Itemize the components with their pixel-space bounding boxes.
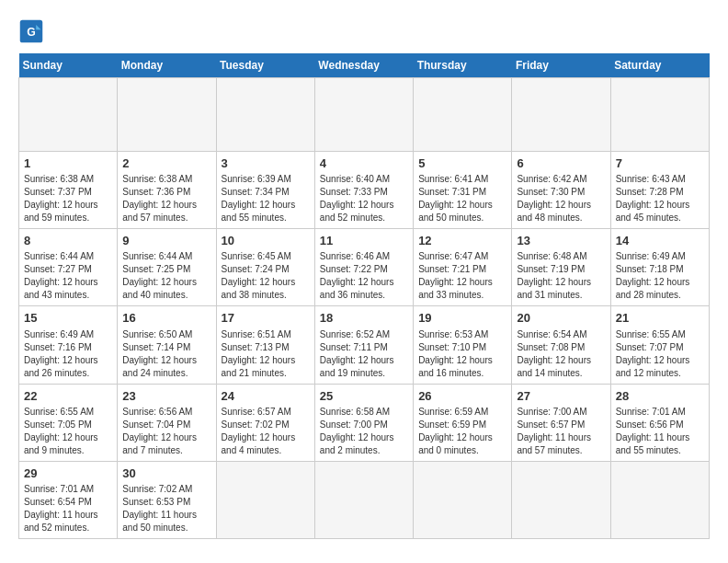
calendar-day-cell: 6Sunrise: 6:42 AMSunset: 7:30 PMDaylight…	[512, 152, 610, 229]
calendar-day-cell: 14Sunrise: 6:49 AMSunset: 7:18 PMDayligh…	[610, 229, 709, 306]
weekday-header-saturday: Saturday	[610, 53, 709, 78]
day-details: Sunrise: 6:38 AMSunset: 7:36 PMDaylight:…	[122, 173, 210, 224]
calendar-day-cell: 4Sunrise: 6:40 AMSunset: 7:33 PMDaylight…	[314, 152, 413, 229]
day-details: Sunrise: 6:44 AMSunset: 7:25 PMDaylight:…	[122, 250, 210, 302]
calendar-table: SundayMondayTuesdayWednesdayThursdayFrid…	[18, 53, 710, 539]
day-number: 1	[24, 155, 112, 172]
calendar-day-cell: 8Sunrise: 6:44 AMSunset: 7:27 PMDaylight…	[19, 229, 118, 306]
day-number: 23	[122, 388, 210, 405]
calendar-day-cell	[118, 78, 216, 152]
day-number: 30	[122, 465, 210, 482]
day-details: Sunrise: 6:49 AMSunset: 7:18 PMDaylight:…	[616, 250, 704, 302]
calendar-day-cell: 29Sunrise: 7:01 AMSunset: 6:54 PMDayligh…	[19, 461, 118, 538]
calendar-day-cell: 13Sunrise: 6:48 AMSunset: 7:19 PMDayligh…	[512, 229, 610, 306]
day-number: 17	[222, 310, 310, 327]
calendar-day-cell	[414, 461, 512, 538]
day-number: 9	[122, 233, 210, 249]
calendar-day-cell	[610, 78, 709, 152]
calendar-day-cell: 11Sunrise: 6:46 AMSunset: 7:22 PMDayligh…	[314, 229, 413, 306]
calendar-day-cell	[19, 78, 118, 152]
calendar-week-row: 22Sunrise: 6:55 AMSunset: 7:05 PMDayligh…	[19, 384, 710, 461]
day-number: 2	[122, 155, 210, 172]
calendar-day-cell	[314, 78, 413, 152]
calendar-day-cell: 2Sunrise: 6:38 AMSunset: 7:36 PMDaylight…	[118, 152, 216, 229]
day-details: Sunrise: 6:50 AMSunset: 7:14 PMDaylight:…	[122, 328, 210, 380]
day-number: 22	[24, 388, 112, 405]
calendar-day-cell: 27Sunrise: 7:00 AMSunset: 6:57 PMDayligh…	[512, 384, 610, 461]
day-number: 6	[517, 155, 605, 172]
calendar-day-cell	[512, 78, 610, 152]
day-details: Sunrise: 7:01 AMSunset: 6:54 PMDaylight:…	[24, 483, 112, 534]
day-details: Sunrise: 6:38 AMSunset: 7:37 PMDaylight:…	[24, 173, 112, 224]
calendar-day-cell: 12Sunrise: 6:47 AMSunset: 7:21 PMDayligh…	[414, 229, 512, 306]
calendar-day-cell: 22Sunrise: 6:55 AMSunset: 7:05 PMDayligh…	[19, 384, 118, 461]
day-number: 21	[616, 310, 704, 327]
calendar-day-cell	[314, 461, 413, 538]
weekday-header-row: SundayMondayTuesdayWednesdayThursdayFrid…	[19, 53, 710, 78]
weekday-header-sunday: Sunday	[19, 53, 118, 78]
day-details: Sunrise: 6:46 AMSunset: 7:22 PMDaylight:…	[320, 250, 408, 302]
day-number: 15	[24, 310, 112, 327]
day-details: Sunrise: 6:59 AMSunset: 6:59 PMDaylight:…	[418, 406, 506, 457]
calendar-day-cell	[512, 461, 610, 538]
weekday-header-tuesday: Tuesday	[216, 53, 314, 78]
weekday-header-monday: Monday	[118, 53, 216, 78]
day-number: 29	[24, 465, 112, 482]
calendar-day-cell: 24Sunrise: 6:57 AMSunset: 7:02 PMDayligh…	[216, 384, 314, 461]
day-number: 24	[222, 388, 310, 405]
weekday-header-wednesday: Wednesday	[314, 53, 413, 78]
day-details: Sunrise: 6:45 AMSunset: 7:24 PMDaylight:…	[222, 250, 310, 302]
day-details: Sunrise: 6:41 AMSunset: 7:31 PMDaylight:…	[418, 173, 506, 224]
day-number: 16	[122, 310, 210, 327]
day-number: 12	[418, 233, 506, 249]
day-details: Sunrise: 7:02 AMSunset: 6:53 PMDaylight:…	[122, 483, 210, 534]
weekday-header-friday: Friday	[512, 53, 610, 78]
day-details: Sunrise: 6:52 AMSunset: 7:11 PMDaylight:…	[320, 328, 408, 380]
calendar-day-cell: 17Sunrise: 6:51 AMSunset: 7:13 PMDayligh…	[216, 306, 314, 384]
day-number: 3	[222, 155, 310, 172]
calendar-day-cell: 9Sunrise: 6:44 AMSunset: 7:25 PMDaylight…	[118, 229, 216, 306]
day-details: Sunrise: 6:55 AMSunset: 7:07 PMDaylight:…	[616, 328, 704, 380]
calendar-day-cell: 5Sunrise: 6:41 AMSunset: 7:31 PMDaylight…	[414, 152, 512, 229]
day-number: 19	[418, 310, 506, 327]
day-details: Sunrise: 6:51 AMSunset: 7:13 PMDaylight:…	[222, 328, 310, 380]
header: G	[18, 18, 710, 44]
calendar-week-row: 29Sunrise: 7:01 AMSunset: 6:54 PMDayligh…	[19, 461, 710, 538]
day-details: Sunrise: 6:42 AMSunset: 7:30 PMDaylight:…	[517, 173, 605, 224]
weekday-header-thursday: Thursday	[414, 53, 512, 78]
day-number: 10	[222, 233, 310, 249]
calendar-week-row	[19, 78, 710, 152]
day-details: Sunrise: 6:58 AMSunset: 7:00 PMDaylight:…	[320, 406, 408, 457]
day-number: 18	[320, 310, 408, 327]
calendar-day-cell: 20Sunrise: 6:54 AMSunset: 7:08 PMDayligh…	[512, 306, 610, 384]
day-details: Sunrise: 6:55 AMSunset: 7:05 PMDaylight:…	[24, 406, 112, 457]
calendar-day-cell	[414, 78, 512, 152]
day-details: Sunrise: 6:57 AMSunset: 7:02 PMDaylight:…	[222, 406, 310, 457]
day-number: 20	[517, 310, 605, 327]
calendar-day-cell	[216, 461, 314, 538]
day-details: Sunrise: 6:44 AMSunset: 7:27 PMDaylight:…	[24, 250, 112, 302]
calendar-day-cell	[216, 78, 314, 152]
day-details: Sunrise: 7:01 AMSunset: 6:56 PMDaylight:…	[616, 406, 704, 457]
calendar-day-cell: 1Sunrise: 6:38 AMSunset: 7:37 PMDaylight…	[19, 152, 118, 229]
logo: G	[18, 18, 48, 44]
calendar-day-cell: 15Sunrise: 6:49 AMSunset: 7:16 PMDayligh…	[19, 306, 118, 384]
day-number: 14	[616, 233, 704, 249]
calendar-week-row: 1Sunrise: 6:38 AMSunset: 7:37 PMDaylight…	[19, 152, 710, 229]
calendar-day-cell: 26Sunrise: 6:59 AMSunset: 6:59 PMDayligh…	[414, 384, 512, 461]
day-details: Sunrise: 6:40 AMSunset: 7:33 PMDaylight:…	[320, 173, 408, 224]
day-number: 13	[517, 233, 605, 249]
calendar-day-cell: 3Sunrise: 6:39 AMSunset: 7:34 PMDaylight…	[216, 152, 314, 229]
calendar-week-row: 15Sunrise: 6:49 AMSunset: 7:16 PMDayligh…	[19, 306, 710, 384]
day-number: 4	[320, 155, 408, 172]
calendar-day-cell: 10Sunrise: 6:45 AMSunset: 7:24 PMDayligh…	[216, 229, 314, 306]
calendar-day-cell: 16Sunrise: 6:50 AMSunset: 7:14 PMDayligh…	[118, 306, 216, 384]
calendar-day-cell: 7Sunrise: 6:43 AMSunset: 7:28 PMDaylight…	[610, 152, 709, 229]
calendar-day-cell: 21Sunrise: 6:55 AMSunset: 7:07 PMDayligh…	[610, 306, 709, 384]
day-details: Sunrise: 7:00 AMSunset: 6:57 PMDaylight:…	[517, 406, 605, 457]
calendar-day-cell	[610, 461, 709, 538]
day-details: Sunrise: 6:56 AMSunset: 7:04 PMDaylight:…	[122, 406, 210, 457]
day-number: 5	[418, 155, 506, 172]
calendar-day-cell: 28Sunrise: 7:01 AMSunset: 6:56 PMDayligh…	[610, 384, 709, 461]
day-details: Sunrise: 6:53 AMSunset: 7:10 PMDaylight:…	[418, 328, 506, 380]
